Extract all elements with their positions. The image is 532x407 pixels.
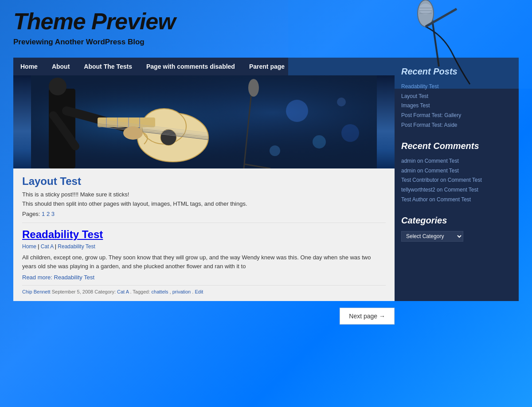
categories-title: Categories: [401, 215, 512, 226]
main-wrapper: Home About About The Tests Page with com…: [0, 58, 532, 301]
post-2-breadcrumb: Home | Cat A | Readability Test: [22, 243, 386, 250]
category-link[interactable]: Cat A: [117, 289, 129, 294]
meta-tagged-label: . Tagged:: [130, 289, 151, 294]
comment-5: Test Author on Comment Test: [401, 195, 512, 205]
post-divider: [22, 223, 386, 223]
page-1-link[interactable]: 1: [42, 211, 45, 217]
svg-point-27: [123, 126, 143, 140]
svg-point-3: [419, 4, 432, 14]
posts-area: Layout Test This is a sticky post!!!! Ma…: [13, 168, 395, 301]
next-page-button[interactable]: Next page →: [340, 308, 395, 325]
recent-post-2-link[interactable]: Layout Test: [401, 93, 428, 99]
comment-1: admin on Comment Test: [401, 157, 512, 166]
recent-post-4: Post Format Test: Gallery: [401, 111, 512, 121]
recent-comments-list: admin on Comment Test admin on Comment T…: [401, 157, 512, 204]
tag2-link[interactable]: privation: [172, 289, 191, 294]
categories-select[interactable]: Select Category: [401, 231, 463, 242]
post-1: Layout Test This is a sticky post!!!! Ma…: [22, 175, 386, 217]
post-2: Readability Test Home | Cat A | Readabil…: [22, 228, 386, 294]
nav-about[interactable]: About: [45, 58, 77, 75]
read-more-link[interactable]: Read more: Readability Test: [22, 274, 386, 281]
svg-rect-10: [31, 75, 377, 168]
breadcrumb-home[interactable]: Home: [22, 243, 36, 250]
sidebar: Recent Posts Readability Test Layout Tes…: [395, 58, 519, 301]
hero-image: [13, 75, 395, 168]
svg-point-12: [49, 78, 66, 95]
recent-post-3: Images Test: [401, 101, 512, 111]
post-2-title: Readability Test: [22, 228, 386, 241]
recent-post-2: Layout Test: [401, 92, 512, 102]
edit-link[interactable]: Edit: [195, 289, 203, 294]
comment-4: tellyworthtest2 on Comment Test: [401, 185, 512, 195]
recent-post-3-link[interactable]: Images Test: [401, 102, 430, 109]
recent-post-5-link[interactable]: Post Format Test: Aside: [401, 122, 458, 128]
post-1-pages: Pages: 1 2 3: [22, 211, 386, 217]
breadcrumb-readability[interactable]: Readability Test: [58, 243, 95, 250]
post-2-title-link[interactable]: Readability Test: [22, 228, 103, 240]
comment-3-link[interactable]: Test Contributor on Comment Test: [401, 177, 482, 183]
header: Theme Preview Previewing Another WordPre…: [0, 0, 532, 53]
recent-posts-list: Readability Test Layout Test Images Test…: [401, 82, 512, 130]
pages-label: Pages:: [22, 211, 40, 217]
svg-point-32: [270, 145, 280, 156]
nav-parent-page[interactable]: Parent page: [242, 58, 292, 75]
recent-post-5: Post Format Test: Aside: [401, 121, 512, 130]
comment-2-link[interactable]: admin on Comment Test: [401, 168, 459, 174]
svg-point-28: [286, 100, 308, 122]
comment-1-link[interactable]: admin on Comment Test: [401, 158, 459, 164]
recent-post-4-link[interactable]: Post Format Test: Gallery: [401, 112, 461, 118]
svg-point-15: [160, 129, 176, 145]
comment-4-link[interactable]: tellyworthtest2 on Comment Test: [401, 187, 478, 193]
tag1-link[interactable]: chattels: [152, 289, 168, 294]
meta-date: September 5, 2008: [52, 289, 94, 294]
post-1-sticky: This is a sticky post!!!! Make sure it s…: [22, 191, 386, 198]
post-2-excerpt: All children, except one, grow up. They …: [22, 253, 386, 270]
svg-point-31: [341, 124, 359, 142]
post-1-title-link[interactable]: Layout Test: [22, 175, 81, 187]
author-link[interactable]: Chip Bennett: [22, 289, 51, 294]
content-column: Home About About The Tests Page with com…: [13, 58, 395, 301]
meta-category-label: Category:: [94, 289, 117, 294]
post-2-meta: Chip Bennett September 5, 2008 Category:…: [22, 285, 386, 294]
nav-home[interactable]: Home: [13, 58, 45, 75]
pagination-wrapper: Next page →: [0, 301, 532, 331]
post-1-excerpt: This should then split into other pages …: [22, 200, 386, 207]
categories-section: Select Category: [401, 231, 512, 242]
page-2-link[interactable]: 2: [47, 211, 50, 217]
comment-5-link[interactable]: Test Author on Comment Test: [401, 196, 471, 203]
page-3-link[interactable]: 3: [51, 211, 55, 217]
comment-3: Test Contributor on Comment Test: [401, 176, 512, 185]
comment-2: admin on Comment Test: [401, 166, 512, 176]
recent-comments-title: Recent Comments: [401, 141, 512, 151]
svg-point-35: [248, 79, 259, 97]
nav-about-tests[interactable]: About The Tests: [77, 58, 139, 75]
nav-page-comments-disabled[interactable]: Page with comments disabled: [139, 58, 242, 75]
breadcrumb-cat-a[interactable]: Cat A: [41, 243, 54, 250]
svg-point-30: [337, 98, 346, 106]
post-1-title: Layout Test: [22, 175, 386, 188]
svg-point-29: [313, 135, 326, 149]
